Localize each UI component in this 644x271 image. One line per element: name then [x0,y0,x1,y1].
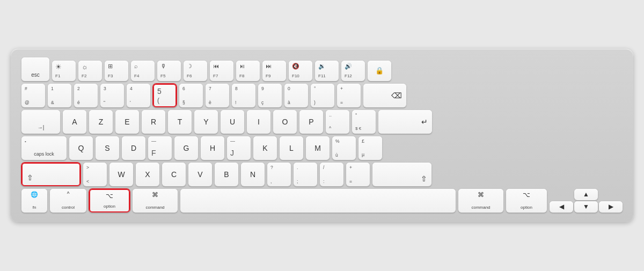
key-arrow-left[interactable]: ◀ [550,201,573,213]
key-arrow-up[interactable]: ▲ [574,189,598,200]
key-arrow-right[interactable]: ▶ [599,201,623,213]
key-b[interactable]: B [215,163,238,186]
key-f12[interactable]: 🔊 F12 [341,61,365,81]
key-f10[interactable]: 🔇 F10 [289,61,312,81]
key-arrow-down[interactable]: ▼ [574,201,598,213]
row-modifiers: fn 🌐 ^ control ⌥ option ⌘ command ⌘ comm… [21,189,623,213]
row-wxcv: ⇧ > < W X C V B N ? , . ; [21,163,623,186]
key-backspace[interactable]: ⌫ [363,84,406,107]
key-f8[interactable]: ⏯ F8 [236,61,260,81]
key-shift-right[interactable]: ⇧ [372,163,431,186]
key-control[interactable]: ^ control [50,189,86,213]
key-t[interactable]: T [168,110,192,134]
key-f6[interactable]: ☽ F6 [184,61,207,81]
key-3-quote[interactable]: 3 " [100,84,124,107]
key-d[interactable]: D [122,136,145,160]
key-f3[interactable]: ⊞ F3 [105,61,128,81]
key-g[interactable]: G [174,136,198,160]
key-q[interactable]: Q [69,136,93,160]
row-azerty: →| A Z E R T Y U I O P . [21,110,623,134]
key-7-e-grave[interactable]: 7 è [206,84,229,107]
key-space[interactable] [180,189,456,213]
key-2-e[interactable]: 2 é [74,84,98,107]
key-semicolon-period[interactable]: . ; [294,163,317,186]
key-tab[interactable]: →| [21,110,60,134]
key-8-excl[interactable]: 8 ! [232,84,255,107]
key-option-right[interactable]: ⌥ option [506,189,547,213]
key-r[interactable]: R [142,110,165,134]
key-circumflex[interactable]: .. ^ [326,110,349,134]
key-command-right[interactable]: ⌘ command [458,189,503,213]
key-n[interactable]: N [241,163,265,186]
key-j[interactable]: — J [227,136,251,160]
key-p[interactable]: P [299,110,323,134]
key-at-hash[interactable]: # @ [21,84,45,107]
key-0-a-grave[interactable]: 0 à [284,84,308,107]
key-4-apostrophe[interactable]: 4 ' [127,84,150,107]
key-e[interactable]: E [115,110,139,134]
key-excl-section[interactable]: + = [346,163,370,186]
key-v[interactable]: V [188,163,212,186]
key-m[interactable]: M [306,136,330,160]
key-f5[interactable]: 🎙 F5 [157,61,181,81]
key-9-c-cedil[interactable]: 9 ç [258,84,282,107]
key-command-left[interactable]: ⌘ command [133,189,178,213]
key-plus-equal[interactable]: + = [337,84,361,107]
key-colon-slash[interactable]: / : [320,163,343,186]
key-z[interactable]: Z [89,110,113,134]
key-pound[interactable]: £ µ [358,136,382,160]
key-5-paren[interactable]: 5 ( [153,84,177,107]
key-angle[interactable]: > < [83,163,107,186]
key-lock[interactable]: 🔒 [368,61,391,81]
key-f7[interactable]: ⏮ F7 [210,61,233,81]
row-fn: esc ☀ F1 ☼ F2 ⊞ F3 ⌕ F4 🎙 F5 ☽ F6 ⏮ F7 [21,57,623,81]
key-w[interactable]: W [109,163,133,186]
key-f9[interactable]: ⏭ F9 [262,61,286,81]
key-option-left[interactable]: ⌥ option [89,189,130,213]
key-i[interactable]: I [247,110,270,134]
key-s[interactable]: S [96,136,119,160]
key-c[interactable]: C [162,163,186,186]
key-f2[interactable]: ☼ F2 [78,61,102,81]
key-u[interactable]: U [221,110,244,134]
key-capslock[interactable]: • caps lock [21,136,67,160]
key-f4[interactable]: ⌕ F4 [131,61,155,81]
key-f1[interactable]: ☀ F1 [52,61,76,81]
key-percent[interactable]: % ù [332,136,356,160]
key-h[interactable]: H [201,136,224,160]
key-6-section[interactable]: 6 § [179,84,203,107]
key-fn[interactable]: fn 🌐 [21,189,47,213]
row-numbers: # @ 1 & 2 é 3 " 4 ' 5 ( 6 § 7 è [21,84,623,107]
key-dollar[interactable]: * $ € [352,110,376,134]
key-k[interactable]: K [253,136,277,160]
key-enter[interactable]: ↵ [378,110,432,134]
key-f[interactable]: — F [148,136,172,160]
key-o[interactable]: O [273,110,297,134]
key-x[interactable]: X [136,163,159,186]
key-1-amp[interactable]: 1 & [48,84,71,107]
key-a[interactable]: A [63,110,86,134]
key-l[interactable]: L [280,136,303,160]
key-comma-question[interactable]: ? , [267,163,291,186]
key-y[interactable]: Y [194,110,218,134]
key-f11[interactable]: 🔉 F11 [315,61,339,81]
keyboard: esc ☀ F1 ☼ F2 ⊞ F3 ⌕ F4 🎙 F5 ☽ F6 ⏮ F7 [11,49,633,222]
key-shift-left[interactable]: ⇧ [21,163,80,186]
key-degree[interactable]: ° ) [311,84,334,107]
key-esc[interactable]: esc [21,57,49,81]
row-qsdf: • caps lock Q S D — F G H — J K L [21,136,623,160]
